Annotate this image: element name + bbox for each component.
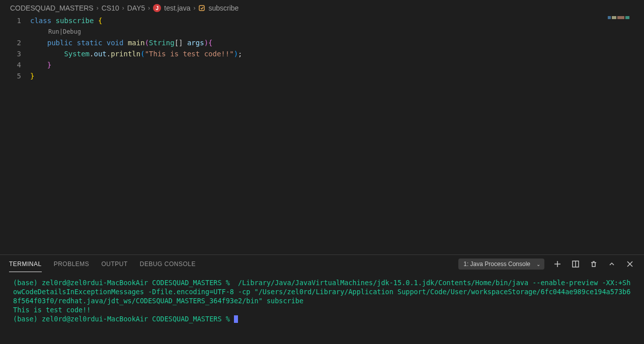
line-number: 4 <box>0 59 21 70</box>
terminal-output[interactable]: (base) zel0rd@zel0rdui-MacBookAir CODESQ… <box>0 273 644 344</box>
chevron-down-icon: ⌄ <box>536 262 540 267</box>
line-number: 1 <box>0 15 21 26</box>
breadcrumb-segment[interactable]: CODESQUAD_MASTERS <box>10 4 94 12</box>
code-editor[interactable]: 1 2 3 4 5 class subscribe { Run | Debug … <box>0 14 644 254</box>
breadcrumb-segment[interactable]: CS10 <box>102 4 119 12</box>
terminal-line: (base) zel0rd@zel0rdui-MacBookAir CODESQ… <box>13 279 630 305</box>
breadcrumb[interactable]: CODESQUAD_MASTERS › CS10 › DAY5 › J test… <box>0 0 644 14</box>
codelens-run[interactable]: Run <box>48 26 59 37</box>
terminal-cursor <box>234 315 238 323</box>
kill-terminal-button[interactable] <box>589 259 599 269</box>
terminal-selector-dropdown[interactable]: 1: Java Process Console ⌄ <box>458 259 544 270</box>
svg-rect-0 <box>199 6 204 11</box>
java-file-icon: J <box>153 4 161 12</box>
panel-tabs: TERMINAL PROBLEMS OUTPUT DEBUG CONSOLE 1… <box>0 255 644 273</box>
terminal-line: This is test code!! <box>13 306 91 314</box>
tab-debug-console[interactable]: DEBUG CONSOLE <box>140 256 196 272</box>
new-terminal-button[interactable] <box>552 259 562 269</box>
breadcrumb-symbol[interactable]: subscribe <box>208 4 238 12</box>
chevron-right-icon: › <box>193 5 195 12</box>
chevron-right-icon: › <box>97 5 99 12</box>
tab-output[interactable]: OUTPUT <box>101 256 127 272</box>
chevron-right-icon: › <box>122 5 124 12</box>
split-terminal-button[interactable] <box>571 259 581 269</box>
minimap[interactable] <box>608 16 638 19</box>
breadcrumb-file[interactable]: test.java <box>164 4 190 12</box>
line-number: 3 <box>0 48 21 59</box>
codelens[interactable]: Run | Debug <box>30 26 644 37</box>
tab-problems[interactable]: PROBLEMS <box>54 256 90 272</box>
tab-terminal[interactable]: TERMINAL <box>9 256 42 272</box>
codelens-debug[interactable]: Debug <box>63 26 81 37</box>
class-icon <box>198 5 205 12</box>
chevron-right-icon: › <box>148 5 150 12</box>
terminal-prompt: (base) zel0rd@zel0rdui-MacBookAir CODESQ… <box>13 315 234 323</box>
bottom-panel: TERMINAL PROBLEMS OUTPUT DEBUG CONSOLE 1… <box>0 254 644 344</box>
line-number: 2 <box>0 37 21 48</box>
close-panel-button[interactable] <box>625 259 635 269</box>
code-area[interactable]: class subscribe { Run | Debug public sta… <box>30 14 644 254</box>
breadcrumb-segment[interactable]: DAY5 <box>127 4 145 12</box>
line-number: 5 <box>0 70 21 81</box>
maximize-panel-button[interactable] <box>607 259 617 269</box>
line-gutter: 1 2 3 4 5 <box>0 14 30 254</box>
